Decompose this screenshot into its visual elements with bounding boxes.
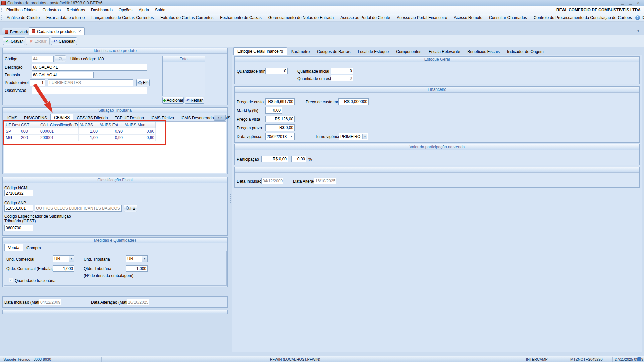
tab-scroll-buttons[interactable]: ◂ ▸ — [214, 115, 226, 121]
col-cbs[interactable]: % CBS — [79, 122, 99, 128]
qtde-comercial-input[interactable]: 1,000 — [53, 265, 74, 272]
toolbar-fixar-data-turno[interactable]: Fixar a data e o turno — [43, 14, 88, 21]
col-ibs-mun[interactable]: % IBS Mun. — [124, 122, 156, 128]
tab-cbs-ibs-diferido[interactable]: CBS/IBS Diferido — [73, 114, 111, 121]
document-tab-strip — [0, 22, 644, 35]
tab-parametro[interactable]: Parâmetro — [287, 48, 313, 55]
cancel-button[interactable]: ↶ Cancelar — [51, 37, 77, 45]
ncm-input[interactable]: 27101932 — [4, 190, 33, 196]
menu-dashboards[interactable]: Dashboards — [88, 6, 116, 14]
quantidade-minima-input[interactable]: 0 — [265, 68, 288, 74]
foto-title: Foto — [163, 56, 205, 62]
chevron-down-icon[interactable]: ▼ — [289, 134, 294, 139]
tab-componentes[interactable]: Componentes — [392, 48, 425, 55]
chevron-down-icon[interactable]: ▼ — [142, 256, 147, 262]
tab-icms[interactable]: ICMS — [4, 114, 21, 121]
toolbar-fechamento-caixas[interactable]: Fechamento de Caixas — [217, 14, 265, 21]
scroll-right-icon[interactable]: ▸ — [221, 116, 222, 119]
menu-cadastros[interactable]: Cadastros — [39, 6, 64, 14]
menu-opcoes[interactable]: Opções — [116, 6, 136, 14]
nivel2-code-input[interactable]: 1 — [30, 79, 45, 86]
participacao-percent-input[interactable]: 0,00 — [291, 156, 306, 162]
preco-custo-input[interactable]: R$ 56,691700 — [265, 98, 295, 105]
participacao-valor-input[interactable]: R$ 0,00 — [261, 156, 288, 162]
tab-codigos-de-barras[interactable]: Códigos de Barras — [313, 48, 354, 55]
col-uf-dest[interactable]: UF Dest. — [5, 122, 20, 128]
tab-cbs-ibs[interactable]: CBS/IBS — [50, 114, 73, 121]
preco-vista-input[interactable]: R$ 126,00 — [265, 116, 295, 122]
chat-icon[interactable] — [637, 357, 641, 361]
preco-custo-maximo-input[interactable]: R$ 0,000000 — [338, 98, 369, 105]
tab-beneficios-fiscais[interactable]: Benefícios Fiscais — [464, 48, 503, 55]
tab-pis-cofins[interactable]: PIS/COFINS — [21, 114, 50, 121]
toolbar-analise-credito[interactable]: Análise de Crédito — [3, 14, 43, 21]
menu-planilhas-diarias[interactable]: Planilhas Diárias — [3, 6, 39, 14]
preco-prazo-input[interactable]: R$ 0,00 — [265, 124, 295, 131]
und-tributaria-select[interactable]: UN ▼ — [126, 255, 148, 262]
chevron-down-icon[interactable]: ▼ — [69, 256, 74, 262]
quantidade-inicial-input[interactable]: 0 — [331, 68, 353, 74]
save-button[interactable]: ✔ Gravar — [3, 37, 25, 45]
cest-input[interactable]: 0600700 — [4, 225, 33, 231]
check-icon: ✔ — [5, 39, 9, 44]
table-row[interactable]: SP 000 000001 1,00 0,90 0,90 — [5, 128, 156, 135]
minimize-icon[interactable] — [621, 4, 624, 5]
toolbar-extratos-cc[interactable]: Extratos de Contas Correntes — [157, 14, 217, 21]
menu-ajuda[interactable]: Ajuda — [136, 6, 152, 14]
tab-list-chevron-icon[interactable]: ▼ — [637, 29, 640, 33]
close-icon[interactable]: ✕ — [637, 1, 640, 5]
turno-vigencia-select[interactable]: PRIMEIRO ▼ — [339, 133, 368, 140]
tab-cadastro-produtos[interactable]: Cadastro de produtos ✕ — [29, 27, 85, 35]
toolbar-conciliacao-cartoes[interactable]: Controle do Processamento da Conciliação… — [530, 14, 635, 21]
dicalinx-help[interactable]: ? DicaLinx — [635, 15, 644, 20]
tab-venda[interactable]: Venda — [4, 244, 23, 251]
tab-fcp-uf-destino[interactable]: FCP UF Destino — [111, 114, 147, 121]
data-alteracao-matriz-label: Data Alteração (Matriz) — [91, 300, 132, 305]
foto-remove-button[interactable]: ↶ Retirar — [185, 97, 204, 104]
anp-input[interactable]: 610501001 — [4, 205, 33, 212]
table-row[interactable]: MG 200 200001 1,00 0,90 0,90 — [5, 135, 156, 141]
toolbar-portal-cliente[interactable]: Acesso ao Portal do Cliente — [337, 14, 393, 21]
tab-indicador-de-origem[interactable]: Indicador de Origem — [503, 48, 547, 55]
x-icon: ✖ — [29, 39, 33, 44]
tab-icms-desonerado[interactable]: ICMS Desonerado — [177, 114, 217, 121]
nivel2-search-button[interactable]: F2 — [136, 79, 150, 86]
menu-relatorios[interactable]: Relatórios — [64, 6, 88, 14]
qtde-tributaria-input[interactable]: 1,000 — [126, 265, 148, 272]
chevron-down-icon[interactable]: ▼ — [362, 134, 367, 139]
col-ibs-est[interactable]: % IBS Est. — [99, 122, 124, 128]
tab-escala-relevante[interactable]: Escala Relevante — [425, 48, 464, 55]
markup-input[interactable]: 0,00 — [265, 107, 282, 114]
fantasia-input[interactable]: 68 GALAO 4L — [32, 72, 94, 78]
toolbar-consultar-chamados[interactable]: Consultar Chamados — [486, 14, 530, 21]
menu-saida[interactable]: Saída — [152, 6, 168, 14]
toolbar-lancamentos-cc[interactable]: Lançamentos de Contas Correntes — [88, 14, 157, 21]
foto-add-button[interactable]: Adicionar — [162, 97, 184, 104]
splitter-grip[interactable] — [230, 194, 231, 203]
tab-bem-vindo[interactable]: Bem-vindo — [2, 28, 32, 35]
percent-suffix: % — [308, 157, 312, 162]
toolbar-gerenciamento-notas[interactable]: Gerenciamento de Notas de Entrada — [265, 14, 337, 21]
tab-estoque-geral-financeiro[interactable]: Estoque Geral/Financeiro — [233, 47, 287, 55]
tab-icms-efetivo[interactable]: ICMS Efetivo — [147, 114, 177, 121]
grid-header-row[interactable]: UF Dest. CST Cód. Classificação Trib. % … — [5, 122, 156, 128]
panel-splitter[interactable] — [229, 47, 232, 352]
observacao-input[interactable] — [32, 87, 147, 94]
col-cod-classificacao[interactable]: Cód. Classificação Trib. — [39, 122, 79, 128]
quantidade-inicial-label: Quantidade inicial — [297, 69, 329, 74]
tab-close-icon[interactable]: ✕ — [78, 29, 81, 34]
tab-local-de-estoque[interactable]: Local de Estoque — [354, 48, 393, 55]
und-comercial-select[interactable]: UN ▼ — [53, 255, 74, 262]
anp-search-button[interactable]: F2 — [124, 205, 137, 212]
restore-icon[interactable] — [629, 2, 632, 5]
help-question-icon: ? — [635, 15, 640, 20]
scroll-left-icon[interactable]: ◂ — [217, 116, 219, 119]
data-vigencia-select[interactable]: 20/02/2013 ▼ — [265, 133, 295, 140]
descricao-input[interactable]: 68 GALAO 4L — [32, 64, 147, 71]
qtde-comercial-label: Qtde. Comercial (Embalagem) — [6, 266, 61, 271]
group-identificacao-title: Identificação do produto — [3, 48, 227, 54]
col-cst[interactable]: CST — [20, 122, 39, 128]
tab-compra[interactable]: Compra — [23, 244, 44, 251]
toolbar-acesso-remoto[interactable]: Acesso Remoto — [450, 14, 486, 21]
toolbar-portal-financeiro[interactable]: Acesso ao Portal Financeiro — [393, 14, 450, 21]
